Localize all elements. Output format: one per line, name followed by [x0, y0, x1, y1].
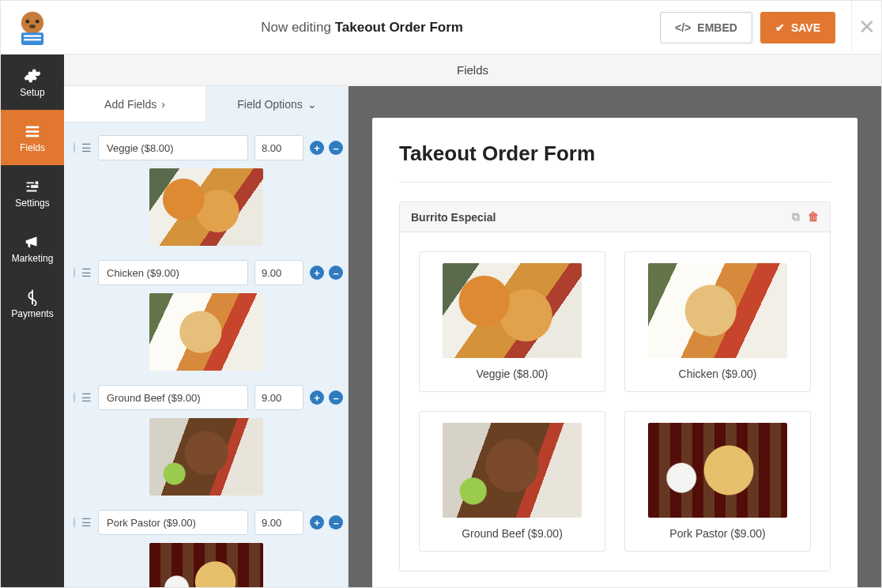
field-label: Burrito Especial — [411, 211, 496, 224]
svg-point-2 — [36, 19, 40, 23]
option-thumbnail[interactable] — [149, 168, 263, 246]
option-row: ☰ + – — [74, 260, 338, 371]
choice-image — [443, 423, 582, 518]
now-editing-text: Now editing Takeout Order Form — [64, 20, 660, 36]
sliders-icon — [24, 178, 41, 195]
choice-caption: Veggie ($8.00) — [476, 368, 548, 380]
drag-icon[interactable]: ☰ — [81, 391, 92, 404]
remove-option-button[interactable]: – — [329, 515, 343, 530]
megaphone-icon — [24, 233, 41, 251]
tab-add-fields[interactable]: Add Fields › — [64, 86, 206, 122]
nav-payments[interactable]: Payments — [1, 276, 64, 331]
embed-button[interactable]: </> EMBED — [660, 12, 752, 43]
remove-option-button[interactable]: – — [329, 390, 343, 405]
drag-icon[interactable]: ☰ — [81, 266, 92, 279]
gear-icon — [24, 67, 41, 85]
code-icon: </> — [675, 21, 691, 34]
nav-marketing[interactable]: Marketing — [1, 220, 64, 276]
option-row: ☰ + – — [74, 135, 338, 246]
add-option-button[interactable]: + — [310, 266, 324, 280]
choice-caption: Chicken ($9.00) — [679, 368, 757, 380]
fields-bar: Fields — [64, 55, 881, 86]
nav-fields[interactable]: Fields — [1, 110, 64, 165]
svg-rect-5 — [24, 35, 41, 36]
option-thumbnail[interactable] — [149, 543, 263, 587]
option-label-input[interactable] — [98, 385, 248, 410]
svg-rect-6 — [24, 39, 41, 40]
chevron-down-icon: ⌄ — [307, 98, 317, 111]
svg-point-1 — [25, 19, 29, 23]
choice-caption: Pork Pastor ($9.00) — [669, 527, 765, 540]
remove-option-button[interactable]: – — [329, 141, 343, 155]
list-icon — [24, 122, 41, 140]
nav-settings[interactable]: Settings — [1, 165, 64, 220]
dollar-icon — [24, 288, 41, 306]
form-title: Takeout Order Form — [399, 141, 831, 166]
option-radio[interactable] — [74, 517, 75, 528]
option-thumbnail[interactable] — [149, 418, 263, 496]
option-label-input[interactable] — [98, 135, 248, 160]
option-radio[interactable] — [74, 267, 75, 278]
choice-caption: Ground Beef ($9.00) — [462, 527, 563, 540]
choice-image — [648, 423, 787, 518]
preview-pane[interactable]: Takeout Order Form Burrito Especial ⧉ 🗑 … — [349, 86, 881, 587]
svg-point-3 — [29, 24, 36, 28]
options-panel[interactable]: ☰ + – ☰ + – ☰ + – — [64, 122, 348, 587]
add-option-button[interactable]: + — [310, 390, 324, 405]
drag-icon[interactable]: ☰ — [81, 516, 92, 529]
svg-rect-9 — [26, 134, 40, 137]
trash-icon[interactable]: 🗑 — [808, 210, 819, 224]
app-logo — [1, 8, 64, 47]
tab-field-options[interactable]: Field Options ⌄ — [206, 86, 348, 122]
option-label-input[interactable] — [98, 260, 248, 285]
chevron-right-icon: › — [161, 98, 165, 111]
choice-image — [648, 263, 787, 358]
choice-card[interactable]: Chicken ($9.00) — [624, 251, 811, 392]
option-price-input[interactable] — [254, 260, 303, 285]
option-price-input[interactable] — [254, 135, 303, 160]
remove-option-button[interactable]: – — [329, 266, 343, 280]
drag-icon[interactable]: ☰ — [81, 141, 92, 154]
add-option-button[interactable]: + — [310, 515, 324, 530]
option-thumbnail[interactable] — [149, 293, 263, 371]
check-icon: ✔ — [775, 21, 785, 34]
duplicate-icon[interactable]: ⧉ — [792, 210, 800, 224]
field-block[interactable]: Burrito Especial ⧉ 🗑 Veggie ($8.00) Chic… — [399, 202, 831, 571]
divider — [399, 182, 831, 183]
option-row: ☰ + – — [74, 385, 338, 496]
save-button[interactable]: ✔ SAVE — [760, 12, 835, 43]
svg-point-0 — [21, 11, 43, 33]
choice-image — [443, 263, 582, 358]
option-price-input[interactable] — [254, 510, 303, 535]
option-label-input[interactable] — [98, 510, 248, 535]
option-radio[interactable] — [74, 142, 75, 153]
choice-card[interactable]: Pork Pastor ($9.00) — [624, 411, 811, 552]
add-option-button[interactable]: + — [310, 141, 324, 155]
choice-card[interactable]: Ground Beef ($9.00) — [419, 411, 605, 552]
option-price-input[interactable] — [254, 385, 303, 410]
option-radio[interactable] — [74, 392, 75, 403]
left-nav: Setup Fields Settings Marketing Payments — [1, 55, 64, 587]
nav-setup[interactable]: Setup — [1, 55, 64, 110]
svg-rect-7 — [26, 126, 40, 128]
svg-rect-8 — [26, 130, 40, 133]
choice-card[interactable]: Veggie ($8.00) — [419, 251, 605, 392]
close-icon[interactable]: ✕ — [851, 1, 881, 55]
option-row: ☰ + – — [74, 510, 338, 587]
